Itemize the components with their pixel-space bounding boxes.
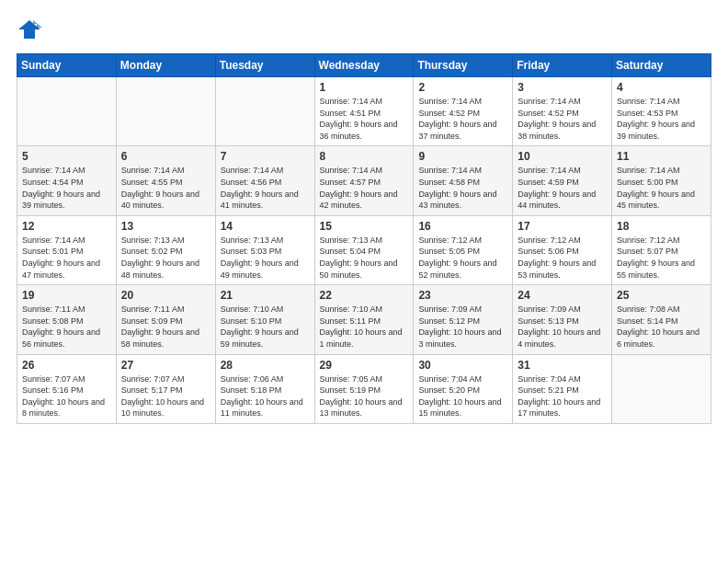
day-info: Sunrise: 7:12 AM Sunset: 5:06 PM Dayligh… xyxy=(518,236,596,280)
calendar-cell: 2Sunrise: 7:14 AM Sunset: 4:52 PM Daylig… xyxy=(414,77,513,146)
day-number: 14 xyxy=(221,220,310,233)
day-info: Sunrise: 7:13 AM Sunset: 5:04 PM Dayligh… xyxy=(320,236,398,280)
day-info: Sunrise: 7:04 AM Sunset: 5:20 PM Dayligh… xyxy=(418,374,501,419)
day-info: Sunrise: 7:06 AM Sunset: 5:18 PM Dayligh… xyxy=(221,374,303,419)
day-number: 11 xyxy=(617,150,706,163)
calendar-cell: 3Sunrise: 7:14 AM Sunset: 4:52 PM Daylig… xyxy=(513,77,612,146)
day-info: Sunrise: 7:09 AM Sunset: 5:12 PM Dayligh… xyxy=(418,304,501,349)
day-info: Sunrise: 7:14 AM Sunset: 4:59 PM Dayligh… xyxy=(518,166,596,210)
calendar-cell: 11Sunrise: 7:14 AM Sunset: 5:00 PM Dayli… xyxy=(612,146,711,215)
day-info: Sunrise: 7:14 AM Sunset: 4:55 PM Dayligh… xyxy=(121,166,199,210)
day-info: Sunrise: 7:14 AM Sunset: 4:57 PM Dayligh… xyxy=(320,166,398,210)
day-info: Sunrise: 7:04 AM Sunset: 5:21 PM Dayligh… xyxy=(518,374,600,419)
header xyxy=(17,17,711,42)
week-row-4: 26Sunrise: 7:07 AM Sunset: 5:16 PM Dayli… xyxy=(17,354,711,423)
calendar-cell: 18Sunrise: 7:12 AM Sunset: 5:07 PM Dayli… xyxy=(612,215,711,284)
day-info: Sunrise: 7:14 AM Sunset: 4:52 PM Dayligh… xyxy=(418,97,496,141)
day-info: Sunrise: 7:13 AM Sunset: 5:02 PM Dayligh… xyxy=(121,236,199,280)
day-info: Sunrise: 7:14 AM Sunset: 4:58 PM Dayligh… xyxy=(418,166,496,210)
day-number: 25 xyxy=(617,289,706,302)
weekday-header-saturday: Saturday xyxy=(612,54,711,77)
week-row-3: 19Sunrise: 7:11 AM Sunset: 5:08 PM Dayli… xyxy=(17,285,711,354)
day-info: Sunrise: 7:11 AM Sunset: 5:09 PM Dayligh… xyxy=(121,304,199,349)
calendar-cell: 15Sunrise: 7:13 AM Sunset: 5:04 PM Dayli… xyxy=(314,215,414,284)
day-number: 23 xyxy=(418,289,507,302)
day-number: 6 xyxy=(121,150,210,163)
week-row-0: 1Sunrise: 7:14 AM Sunset: 4:51 PM Daylig… xyxy=(17,77,711,146)
day-number: 2 xyxy=(418,81,507,94)
calendar-cell: 19Sunrise: 7:11 AM Sunset: 5:08 PM Dayli… xyxy=(17,285,117,354)
day-number: 26 xyxy=(22,359,111,372)
day-info: Sunrise: 7:14 AM Sunset: 4:53 PM Dayligh… xyxy=(617,97,695,141)
day-info: Sunrise: 7:07 AM Sunset: 5:17 PM Dayligh… xyxy=(121,374,204,419)
calendar-cell: 4Sunrise: 7:14 AM Sunset: 4:53 PM Daylig… xyxy=(612,77,711,146)
day-number: 7 xyxy=(221,150,310,163)
day-number: 31 xyxy=(518,359,607,372)
day-info: Sunrise: 7:11 AM Sunset: 5:08 PM Dayligh… xyxy=(22,304,100,349)
day-number: 19 xyxy=(22,289,111,302)
day-number: 3 xyxy=(518,81,607,94)
weekday-header-wednesday: Wednesday xyxy=(314,54,414,77)
day-info: Sunrise: 7:14 AM Sunset: 5:00 PM Dayligh… xyxy=(617,166,695,210)
calendar-cell: 27Sunrise: 7:07 AM Sunset: 5:17 PM Dayli… xyxy=(116,354,215,423)
day-number: 29 xyxy=(320,359,409,372)
day-info: Sunrise: 7:14 AM Sunset: 5:01 PM Dayligh… xyxy=(22,236,100,280)
calendar-cell: 7Sunrise: 7:14 AM Sunset: 4:56 PM Daylig… xyxy=(215,146,314,215)
calendar-cell: 25Sunrise: 7:08 AM Sunset: 5:14 PM Dayli… xyxy=(612,285,711,354)
page: SundayMondayTuesdayWednesdayThursdayFrid… xyxy=(0,0,728,433)
calendar-cell: 24Sunrise: 7:09 AM Sunset: 5:13 PM Dayli… xyxy=(513,285,612,354)
day-info: Sunrise: 7:14 AM Sunset: 4:52 PM Dayligh… xyxy=(518,97,596,141)
day-info: Sunrise: 7:14 AM Sunset: 4:54 PM Dayligh… xyxy=(22,166,100,210)
logo xyxy=(17,17,46,42)
calendar-cell: 26Sunrise: 7:07 AM Sunset: 5:16 PM Dayli… xyxy=(17,354,117,423)
calendar-cell xyxy=(116,77,215,146)
calendar-cell: 10Sunrise: 7:14 AM Sunset: 4:59 PM Dayli… xyxy=(513,146,612,215)
day-number: 15 xyxy=(320,220,409,233)
day-number: 4 xyxy=(617,81,706,94)
week-row-1: 5Sunrise: 7:14 AM Sunset: 4:54 PM Daylig… xyxy=(17,146,711,215)
day-number: 9 xyxy=(418,150,507,163)
logo-icon xyxy=(17,17,42,42)
day-info: Sunrise: 7:08 AM Sunset: 5:14 PM Dayligh… xyxy=(617,304,700,349)
calendar-cell: 17Sunrise: 7:12 AM Sunset: 5:06 PM Dayli… xyxy=(513,215,612,284)
day-number: 10 xyxy=(518,150,607,163)
calendar-cell: 9Sunrise: 7:14 AM Sunset: 4:58 PM Daylig… xyxy=(414,146,513,215)
calendar-cell: 14Sunrise: 7:13 AM Sunset: 5:03 PM Dayli… xyxy=(215,215,314,284)
calendar-cell: 29Sunrise: 7:05 AM Sunset: 5:19 PM Dayli… xyxy=(314,354,414,423)
calendar-cell: 5Sunrise: 7:14 AM Sunset: 4:54 PM Daylig… xyxy=(17,146,117,215)
day-number: 27 xyxy=(121,359,210,372)
day-number: 5 xyxy=(22,150,111,163)
day-info: Sunrise: 7:05 AM Sunset: 5:19 PM Dayligh… xyxy=(320,374,403,419)
calendar-cell: 16Sunrise: 7:12 AM Sunset: 5:05 PM Dayli… xyxy=(414,215,513,284)
day-number: 18 xyxy=(617,220,706,233)
day-info: Sunrise: 7:09 AM Sunset: 5:13 PM Dayligh… xyxy=(518,304,600,349)
day-number: 13 xyxy=(121,220,210,233)
day-number: 22 xyxy=(320,289,409,302)
day-number: 8 xyxy=(320,150,409,163)
weekday-header-tuesday: Tuesday xyxy=(215,54,314,77)
day-number: 1 xyxy=(320,81,409,94)
calendar-cell: 23Sunrise: 7:09 AM Sunset: 5:12 PM Dayli… xyxy=(414,285,513,354)
calendar-cell: 20Sunrise: 7:11 AM Sunset: 5:09 PM Dayli… xyxy=(116,285,215,354)
calendar-cell: 30Sunrise: 7:04 AM Sunset: 5:20 PM Dayli… xyxy=(414,354,513,423)
calendar-cell: 12Sunrise: 7:14 AM Sunset: 5:01 PM Dayli… xyxy=(17,215,117,284)
calendar-cell xyxy=(215,77,314,146)
day-number: 28 xyxy=(221,359,310,372)
weekday-header-row: SundayMondayTuesdayWednesdayThursdayFrid… xyxy=(17,54,711,77)
day-number: 17 xyxy=(518,220,607,233)
day-info: Sunrise: 7:10 AM Sunset: 5:11 PM Dayligh… xyxy=(320,304,403,349)
calendar-cell: 22Sunrise: 7:10 AM Sunset: 5:11 PM Dayli… xyxy=(314,285,414,354)
weekday-header-thursday: Thursday xyxy=(414,54,513,77)
svg-marker-0 xyxy=(18,20,40,39)
calendar-table: SundayMondayTuesdayWednesdayThursdayFrid… xyxy=(17,53,711,424)
day-info: Sunrise: 7:14 AM Sunset: 4:56 PM Dayligh… xyxy=(221,166,299,210)
day-info: Sunrise: 7:14 AM Sunset: 4:51 PM Dayligh… xyxy=(320,97,398,141)
calendar-cell: 31Sunrise: 7:04 AM Sunset: 5:21 PM Dayli… xyxy=(513,354,612,423)
weekday-header-sunday: Sunday xyxy=(17,54,117,77)
weekday-header-monday: Monday xyxy=(116,54,215,77)
day-number: 12 xyxy=(22,220,111,233)
day-number: 24 xyxy=(518,289,607,302)
day-number: 21 xyxy=(221,289,310,302)
day-info: Sunrise: 7:12 AM Sunset: 5:07 PM Dayligh… xyxy=(617,236,695,280)
calendar-cell: 21Sunrise: 7:10 AM Sunset: 5:10 PM Dayli… xyxy=(215,285,314,354)
